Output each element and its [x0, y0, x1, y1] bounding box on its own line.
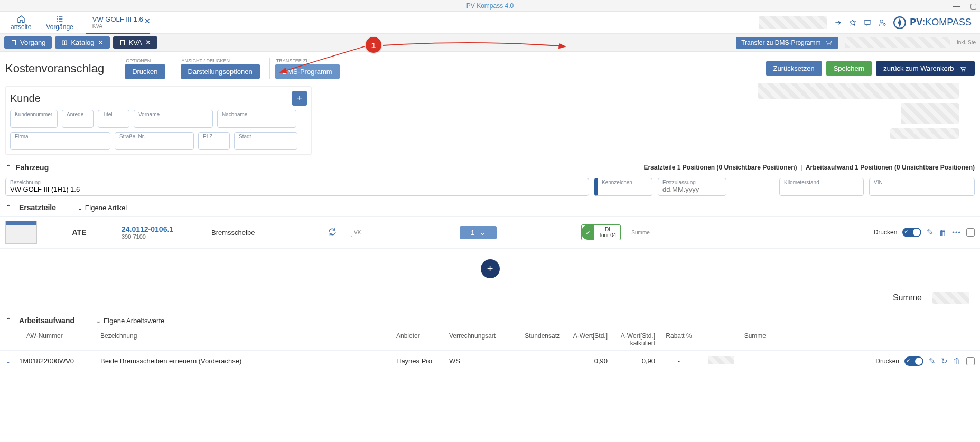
toolgroup-ansicht: ANSICHT / DRUCKEN Darstellungsoptionen: [175, 58, 260, 79]
edit-icon[interactable]: ✎: [929, 356, 936, 366]
pill-katalog[interactable]: Katalog ✕: [55, 36, 109, 49]
part-number[interactable]: 24.0112-0106.1 390 7100: [122, 225, 201, 240]
tab-close-icon[interactable]: ✕: [144, 17, 151, 25]
delete-icon[interactable]: 🗑: [939, 228, 947, 237]
svg-rect-4: [12, 40, 16, 45]
window-title: PV Kompass 4.0: [466, 2, 514, 10]
ersatzteile-heading: Ersatzteile: [19, 203, 56, 212]
minimize-icon[interactable]: —: [953, 2, 960, 10]
tab-vehicle[interactable]: VW GOLF III 1.6 KVA ✕: [86, 12, 150, 34]
display-options-button[interactable]: Darstellungsoptionen: [181, 64, 260, 79]
blurred-sum: [932, 292, 969, 304]
field-vin[interactable]: VIN: [869, 178, 975, 196]
field-kilometerstand[interactable]: Kilometerstand: [779, 178, 864, 196]
chat-icon[interactable]: [863, 18, 872, 27]
aw-anbieter: Haynes Pro: [396, 357, 449, 365]
field-plz[interactable]: PLZ: [198, 132, 230, 150]
sync-icon[interactable]: [328, 227, 343, 238]
field-bezeichnung[interactable]: Bezeichnung: [5, 178, 589, 196]
blurred-region: [845, 37, 950, 48]
summe-col-label: Summe: [631, 230, 716, 236]
close-icon[interactable]: ✕: [98, 39, 104, 46]
row-checkbox[interactable]: [966, 357, 975, 365]
pill-kva[interactable]: KVA ✕: [113, 36, 157, 49]
chevron-up-icon[interactable]: ⌃: [5, 203, 12, 212]
print-toggle[interactable]: [904, 356, 923, 366]
svg-point-2: [883, 23, 885, 25]
nav-vorgaenge[interactable]: Vorgänge: [39, 14, 80, 32]
check-icon: ✓: [582, 225, 594, 240]
field-anrede[interactable]: Anrede: [62, 110, 94, 128]
chevron-down-icon[interactable]: ⌄: [5, 357, 19, 365]
chevron-up-icon[interactable]: ⌃: [5, 316, 12, 325]
row-checkbox[interactable]: [966, 228, 975, 237]
chevron-down-icon: ⌄: [77, 204, 83, 212]
save-button[interactable]: Speichern: [826, 61, 872, 76]
arbeit-columns: AW-Nummer Bezeichnung Anbieter Verrechnu…: [0, 329, 980, 350]
eigene-arbeitswerte-toggle[interactable]: ⌄ Eigene Arbeitswerte: [96, 317, 164, 325]
doc-icon: [11, 40, 17, 46]
file-icon: [119, 40, 126, 46]
positions-info: Ersatzteile 1 Positionen (0 Unsichtbare …: [643, 164, 975, 171]
row-actions: Drucken ✎ 🗑 •••: [874, 228, 975, 237]
bezeichnung-input[interactable]: [10, 185, 584, 194]
aw-rabatt: -: [655, 357, 703, 365]
add-customer-button[interactable]: +: [292, 91, 307, 106]
home-icon: [16, 15, 26, 23]
part-row: ATE 24.0112-0106.1 390 7100 Bremsscheibe…: [0, 216, 980, 249]
tour-badge[interactable]: ✓ DiTour 04: [581, 224, 621, 240]
cart-icon: [959, 65, 967, 72]
user-settings-icon[interactable]: [878, 18, 886, 27]
dms-button[interactable]: DMS-Programm: [275, 64, 340, 79]
pill-vorgang[interactable]: Vorgang: [4, 36, 52, 49]
nav-startseite-label: artseite: [11, 23, 31, 31]
eigene-artikel-toggle[interactable]: ⌄ Eigene Artikel: [77, 204, 127, 212]
star-icon[interactable]: [848, 18, 857, 27]
field-kennzeichen[interactable]: Kennzeichen: [594, 178, 652, 196]
quantity-dropdown[interactable]: 1 ⌄: [460, 226, 497, 239]
field-firma[interactable]: Firma: [10, 132, 110, 150]
blurred-region: [901, 103, 959, 124]
aw-verrechnungsart: WS: [449, 357, 512, 365]
close-icon[interactable]: ✕: [145, 39, 151, 46]
delete-icon[interactable]: 🗑: [953, 356, 961, 365]
field-kundennummer[interactable]: Kundennummer: [10, 110, 58, 128]
window-titlebar: PV Kompass 4.0 — ▢: [0, 0, 980, 12]
refresh-icon[interactable]: ↻: [941, 356, 948, 366]
row-print-label: Drucken: [875, 358, 899, 365]
back-to-cart-button[interactable]: zurück zum Warenkorb: [876, 61, 975, 76]
svg-rect-5: [120, 40, 124, 45]
part-thumbnail[interactable]: [5, 221, 37, 244]
print-button[interactable]: Drucken: [125, 64, 165, 79]
field-stadt[interactable]: Stadt: [234, 132, 297, 150]
maximize-icon[interactable]: ▢: [970, 2, 977, 10]
blurred-sum: [708, 356, 734, 364]
transfer-dms-button[interactable]: Transfer zu DMS-Programm: [736, 37, 838, 49]
field-strasse[interactable]: Straße, Nr.: [115, 132, 194, 150]
transfer-icon[interactable]: [834, 18, 842, 27]
aw-bezeichnung: Beide Bremsscheiben erneuern (Vorderachs…: [100, 357, 396, 365]
brand-logo: PV:KOMPASS: [893, 16, 972, 30]
aw-wert-kalk: 0,90: [608, 357, 655, 365]
add-part-button[interactable]: +: [481, 259, 500, 278]
page-toolbar: Kostenvoranschlag OPTIONEN Drucken ANSIC…: [0, 52, 980, 83]
ersatzteile-sum-row: Summe: [0, 289, 980, 312]
field-vorname[interactable]: Vorname: [134, 110, 213, 128]
more-vert-icon[interactable]: ⋮: [349, 235, 354, 241]
fahrzeug-heading: Fahrzeug: [16, 163, 49, 172]
book-icon: [61, 40, 68, 46]
aw-wert: 0,90: [560, 357, 608, 365]
chevron-up-icon[interactable]: ⌃: [5, 163, 12, 172]
field-nachname[interactable]: Nachname: [217, 110, 296, 128]
field-erstzulassung[interactable]: Erstzulassung: [658, 178, 726, 196]
field-titel[interactable]: Titel: [98, 110, 129, 128]
reset-button[interactable]: Zurücksetzen: [766, 61, 822, 76]
print-toggle[interactable]: [902, 228, 921, 237]
cart-icon: [825, 39, 833, 46]
edit-icon[interactable]: ✎: [927, 228, 934, 237]
nav-vorgaenge-label: Vorgänge: [46, 23, 73, 31]
nav-startseite[interactable]: artseite: [3, 14, 39, 32]
compass-icon: [893, 16, 907, 30]
blurred-region: [890, 128, 959, 139]
more-icon[interactable]: •••: [952, 229, 961, 237]
